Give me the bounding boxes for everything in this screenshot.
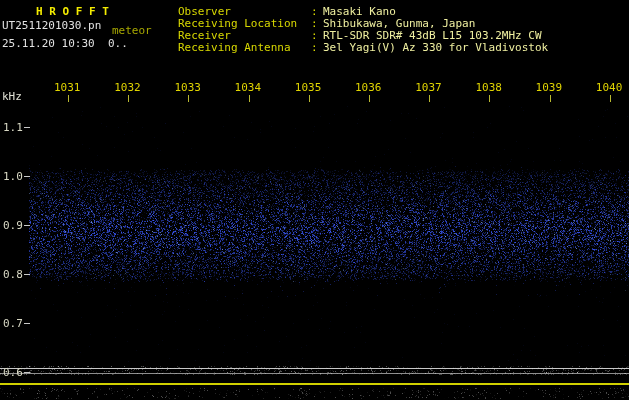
x-tick-mark bbox=[550, 95, 551, 102]
y-tick-label: 1.1 bbox=[3, 121, 23, 134]
y-tick-label: 1.0 bbox=[3, 170, 23, 183]
file-name: UT2511201030.pn bbox=[2, 20, 101, 31]
x-tick-mark bbox=[369, 95, 370, 102]
mode-label: meteor bbox=[112, 25, 152, 36]
x-tick-label: 1036 bbox=[355, 81, 382, 94]
x-tick-label: 1034 bbox=[235, 81, 262, 94]
hrofft-screen: H R O F F T UT2511201030.pn meteor 25.11… bbox=[0, 0, 629, 400]
x-tick-label: 1033 bbox=[174, 81, 201, 94]
x-tick-mark bbox=[188, 95, 189, 102]
y-tick-mark bbox=[24, 274, 30, 275]
x-tick-label: 1040 bbox=[596, 81, 623, 94]
x-tick-mark bbox=[128, 95, 129, 102]
timestamp: 25.11.20 10:30 0.. bbox=[2, 38, 128, 49]
header-info-block: Observer:Masaki KanoReceiving Location:S… bbox=[178, 6, 548, 54]
y-tick-label: 0.6 bbox=[3, 366, 23, 379]
y-tick-label: 0.8 bbox=[3, 268, 23, 281]
x-tick-label: 1038 bbox=[475, 81, 502, 94]
y-tick-mark bbox=[24, 323, 30, 324]
x-tick-mark bbox=[309, 95, 310, 102]
x-tick-mark bbox=[489, 95, 490, 102]
y-tick-label: 0.7 bbox=[3, 317, 23, 330]
app-title: H R O F F T bbox=[36, 6, 109, 17]
x-tick-mark bbox=[610, 95, 611, 102]
info-colon: : bbox=[311, 42, 323, 54]
x-tick-mark bbox=[249, 95, 250, 102]
y-tick-label: 0.9 bbox=[3, 219, 23, 232]
header-info-row: Receiving Antenna:3el Yagi(V) Az 330 for… bbox=[178, 42, 548, 54]
x-tick-mark bbox=[68, 95, 69, 102]
x-tick-label: 1037 bbox=[415, 81, 442, 94]
info-label: Receiving Antenna bbox=[178, 42, 311, 54]
y-tick-mark bbox=[24, 372, 30, 373]
spectrogram-canvas bbox=[0, 0, 629, 400]
y-tick-mark bbox=[24, 225, 30, 226]
x-tick-label: 1032 bbox=[114, 81, 141, 94]
y-axis-unit-label: kHz bbox=[2, 91, 22, 102]
y-tick-mark bbox=[24, 176, 30, 177]
x-tick-mark bbox=[429, 95, 430, 102]
x-tick-label: 1031 bbox=[54, 81, 81, 94]
x-tick-label: 1039 bbox=[536, 81, 563, 94]
info-value: 3el Yagi(V) Az 330 for Vladivostok bbox=[323, 42, 548, 54]
y-tick-mark bbox=[24, 127, 30, 128]
x-tick-label: 1035 bbox=[295, 81, 322, 94]
